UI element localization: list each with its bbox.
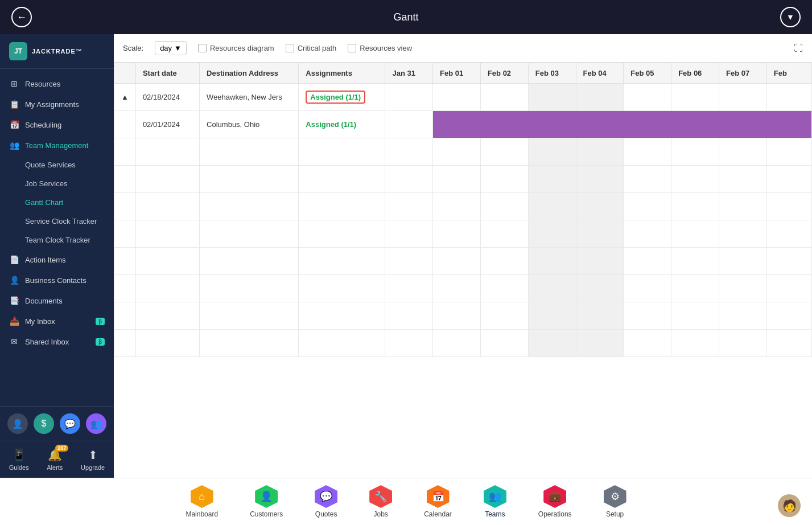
- shared-inbox-badge: β: [96, 338, 105, 346]
- table-row: 02/01/2024 Columbus, Ohio Assigned (1/1): [114, 111, 812, 138]
- th-feb02: Feb 02: [480, 63, 528, 84]
- operations-label: Operations: [538, 510, 572, 518]
- row1-feb06: [671, 84, 719, 111]
- row2-destination: Columbus, Ohio: [200, 111, 299, 138]
- page-title: Gantt: [393, 11, 418, 23]
- th-jan31: Jan 31: [385, 63, 433, 84]
- sidebar-item-my-assignments[interactable]: 📋 My Assignments: [0, 94, 114, 114]
- alerts-badge: 267: [55, 445, 68, 452]
- row1-assignment-badge: Assigned (1/1): [306, 91, 365, 104]
- calendar-icon: 📅: [427, 485, 450, 508]
- sidebar-item-documents[interactable]: 📑 Documents: [0, 290, 114, 311]
- th-feb01: Feb 01: [433, 63, 481, 84]
- jobs-icon: 🔧: [369, 485, 392, 508]
- bottom-nav-mainboard[interactable]: ⌂ Mainboard: [170, 483, 234, 520]
- documents-icon: 📑: [9, 296, 19, 305]
- sidebar-item-team-management[interactable]: 👥 Team Management: [0, 135, 114, 155]
- mainboard-label: Mainboard: [186, 510, 218, 518]
- th-start-date: Start date: [135, 63, 199, 84]
- user-avatar[interactable]: 🧑: [778, 494, 801, 517]
- row1-feb05: [624, 84, 671, 111]
- th-assignments: Assignments: [299, 63, 385, 84]
- row1-feb01: [433, 84, 481, 111]
- guides-button[interactable]: 📱 Guides: [9, 448, 29, 471]
- sidebar-item-my-inbox[interactable]: 📥 My Inbox β: [0, 311, 114, 331]
- resources-diagram-label: Resources diagram: [210, 44, 274, 52]
- logo-icon: JT: [9, 42, 27, 60]
- sidebar-logo: JT JACKTRADE™: [0, 34, 114, 69]
- row1-assignment: Assigned (1/1): [299, 84, 385, 111]
- main-area: JT JACKTRADE™ ⊞ Resources 📋 My Assignmen…: [0, 34, 812, 478]
- scale-value: day: [160, 44, 172, 52]
- sidebar-dollar-icon-btn[interactable]: $: [34, 413, 54, 434]
- guides-icon: 📱: [12, 448, 26, 462]
- sidebar-item-gantt-chart[interactable]: Gantt Chart: [0, 193, 114, 212]
- guides-label: Guides: [9, 464, 29, 471]
- my-inbox-icon: 📥: [9, 317, 19, 326]
- quote-services-label: Quote Services: [25, 161, 76, 169]
- gantt-container[interactable]: Start date Destination Address Assignmen…: [114, 63, 812, 478]
- bottom-nav-teams[interactable]: 👥 Teams: [468, 483, 522, 520]
- sidebar-group-icon-btn[interactable]: 👥: [86, 413, 106, 434]
- sidebar-item-service-clock-tracker[interactable]: Service Clock Tracker: [0, 212, 114, 231]
- table-row-empty: [114, 248, 812, 275]
- bottom-nav-quotes[interactable]: 💬 Quotes: [299, 483, 353, 520]
- th-feb-more: Feb: [766, 63, 811, 84]
- scale-label: Scale:: [123, 44, 143, 52]
- sidebar-item-resources[interactable]: ⊞ Resources: [0, 73, 114, 94]
- scale-dropdown-arrow: ▼: [174, 44, 182, 52]
- sidebar-item-label: Resources: [25, 80, 60, 88]
- resources-view-checkbox[interactable]: Resources view: [348, 44, 412, 52]
- teams-icon: 👥: [484, 485, 506, 508]
- upgrade-button[interactable]: ⬆ Upgrade: [81, 448, 105, 471]
- row2-arrow: [114, 111, 136, 138]
- th-destination: Destination Address: [200, 63, 299, 84]
- sidebar-item-scheduling[interactable]: 📅 Scheduling: [0, 114, 114, 135]
- back-button[interactable]: ←: [11, 7, 32, 27]
- alerts-button[interactable]: 🔔 267 Alerts: [47, 448, 63, 471]
- sidebar-item-shared-inbox[interactable]: ✉ Shared Inbox β: [0, 331, 114, 352]
- critical-path-checkbox[interactable]: Critical path: [286, 44, 337, 52]
- row2-assignment: Assigned (1/1): [299, 111, 385, 138]
- bottom-nav-customers[interactable]: 👤 Customers: [234, 483, 299, 520]
- resources-view-box: [348, 44, 356, 52]
- shared-inbox-icon: ✉: [9, 337, 19, 346]
- customers-icon: 👤: [255, 485, 278, 508]
- row1-feb-more: [766, 84, 811, 111]
- dropdown-button[interactable]: ▼: [780, 7, 801, 27]
- sidebar-item-business-contacts[interactable]: 👤 Business Contacts: [0, 270, 114, 290]
- bottom-nav-jobs[interactable]: 🔧 Jobs: [353, 483, 408, 520]
- sidebar-footer: 📱 Guides 🔔 267 Alerts ⬆ Upgrade: [0, 441, 114, 478]
- bottom-nav-setup[interactable]: ⚙ Setup: [588, 483, 642, 520]
- sidebar-item-team-clock-tracker[interactable]: Team Clock Tracker: [0, 231, 114, 249]
- my-inbox-badge: β: [96, 318, 105, 325]
- resources-view-label: Resources view: [360, 44, 412, 52]
- sidebar-item-label: My Assignments: [25, 100, 79, 109]
- scale-dropdown[interactable]: day ▼: [155, 41, 187, 55]
- table-row-empty: [114, 193, 812, 220]
- row2-gantt-bar-cell: [433, 111, 812, 138]
- row1-feb02: [480, 84, 528, 111]
- jobs-label: Jobs: [373, 510, 388, 518]
- table-row-empty: [114, 138, 812, 166]
- sidebar-item-job-services[interactable]: Job Services: [0, 174, 114, 193]
- sidebar-item-quote-services[interactable]: Quote Services: [0, 155, 114, 174]
- resources-diagram-checkbox[interactable]: Resources diagram: [198, 44, 274, 52]
- bottom-nav-operations[interactable]: 💼 Operations: [522, 483, 588, 520]
- resources-icon: ⊞: [9, 79, 19, 88]
- fullscreen-button[interactable]: ⛶: [794, 43, 803, 54]
- sidebar-item-label: Action Items: [25, 256, 66, 264]
- sidebar-chat-icon-btn[interactable]: 💬: [60, 413, 80, 434]
- sidebar-item-label: Documents: [25, 297, 63, 305]
- bottom-nav-calendar[interactable]: 📅 Calendar: [408, 483, 468, 520]
- bottom-nav: ⌂ Mainboard 👤 Customers 💬 Quotes 🔧 Jobs …: [0, 478, 812, 525]
- row1-feb04: [576, 84, 624, 111]
- row1-feb03: [528, 84, 576, 111]
- teams-label: Teams: [485, 510, 505, 518]
- row2-start-date: 02/01/2024: [135, 111, 199, 138]
- quotes-icon: 💬: [315, 485, 337, 508]
- sidebar-item-action-items[interactable]: 📄 Action Items: [0, 249, 114, 270]
- setup-label: Setup: [606, 510, 624, 518]
- sidebar-user-icon-btn[interactable]: 👤: [7, 413, 28, 434]
- gantt-toolbar: Scale: day ▼ Resources diagram Critical …: [114, 34, 812, 63]
